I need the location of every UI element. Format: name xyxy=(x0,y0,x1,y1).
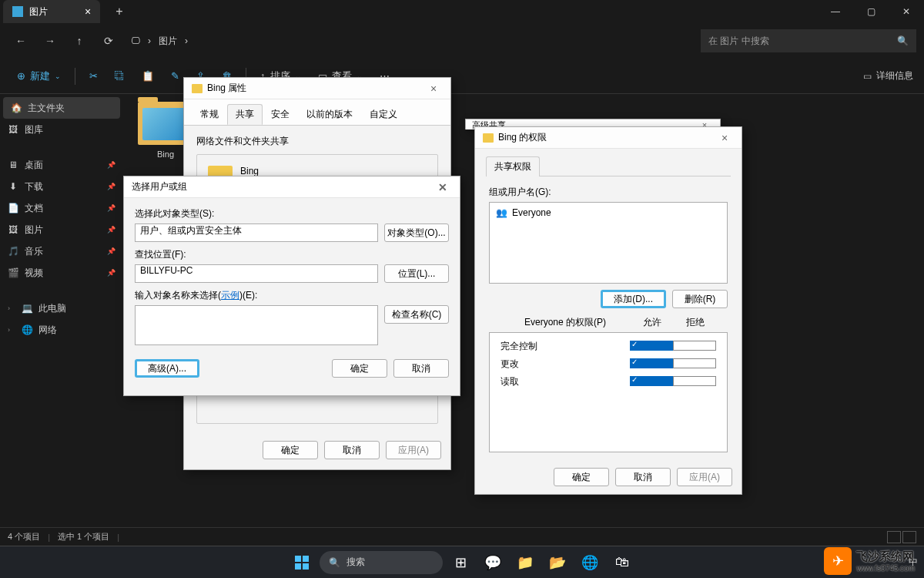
watermark-url: www.fs0745.com xyxy=(856,564,915,573)
task-view-button[interactable]: ⊞ xyxy=(446,548,475,577)
dialog-title: Bing 的权限 xyxy=(498,131,547,144)
field-label: 输入对象名称来选择(示例)(E): xyxy=(135,289,449,302)
allow-checkbox[interactable] xyxy=(630,376,673,386)
path-segment[interactable]: 图片 xyxy=(159,35,177,48)
close-icon[interactable]: ✕ xyxy=(434,181,452,193)
apply-button[interactable]: 应用(A) xyxy=(386,441,441,459)
pc-icon: 💻 xyxy=(22,303,32,314)
window-titlebar: 图片 × + — ▢ ✕ xyxy=(0,0,924,23)
close-tab-icon[interactable]: × xyxy=(85,5,91,18)
tab-general[interactable]: 常规 xyxy=(192,104,227,125)
sidebar-item-pictures[interactable]: 🖼图片📌 xyxy=(0,219,123,240)
object-name-input[interactable] xyxy=(135,305,378,345)
refresh-button[interactable]: ⟳ xyxy=(95,28,122,54)
dialog-buttons: 确定 取消 应用(A) xyxy=(184,433,450,467)
remove-button[interactable]: 删除(R) xyxy=(672,290,728,308)
watermark: ✈ 飞沙系统网 www.fs0745.com xyxy=(818,544,921,578)
taskbar-explorer[interactable]: 📂 xyxy=(543,548,572,577)
cancel-button[interactable]: 取消 xyxy=(324,441,380,459)
folder-icon xyxy=(192,84,203,93)
sidebar-item-gallery[interactable]: 🖼图库 xyxy=(0,119,123,140)
details-panel-button[interactable]: ▭ 详细信息 xyxy=(863,69,913,82)
new-button[interactable]: ⊕ 新建 ⌄ xyxy=(11,64,67,89)
sidebar: 🏠主文件夹 🖼图库 🖥桌面📌 ⬇下载📌 📄文档📌 🖼图片📌 🎵音乐📌 🎬视频📌 … xyxy=(0,94,123,546)
chevron-right-icon: › xyxy=(8,304,15,312)
minimize-button[interactable]: — xyxy=(818,0,853,23)
sidebar-item-home[interactable]: 🏠主文件夹 xyxy=(3,97,120,119)
folder-icon xyxy=(483,133,494,143)
sidebar-item-videos[interactable]: 🎬视频📌 xyxy=(0,262,123,284)
ok-button[interactable]: 确定 xyxy=(263,441,318,459)
dialog-titlebar[interactable]: Bing 的权限 × xyxy=(475,127,742,149)
folder-name: Bing xyxy=(240,166,268,176)
toolbar: ⊕ 新建 ⌄ ✂ ⿻ 📋 ✎ ⇪ 🗑 ↕ 排序 ⌄ ▭ 查看 ⌄ ⋯ ▭ 详细信… xyxy=(0,59,924,94)
sidebar-item-network[interactable]: ›🌐网络 xyxy=(0,319,123,341)
check-names-button[interactable]: 检查名称(C) xyxy=(384,305,449,324)
label: 下载 xyxy=(25,180,43,193)
add-button[interactable]: 添加(D)... xyxy=(601,290,666,308)
apply-button[interactable]: 应用(A) xyxy=(677,468,732,486)
dialog-body: 共享权限 组或用户名(G): 👥 Everyone 添加(D)... 删除(R)… xyxy=(475,149,742,460)
start-button[interactable] xyxy=(287,548,316,577)
advanced-button[interactable]: 高级(A)... xyxy=(135,359,199,378)
deny-checkbox[interactable] xyxy=(673,341,716,351)
dialog-titlebar[interactable]: Bing 属性 × xyxy=(184,78,450,99)
user-list[interactable]: 👥 Everyone xyxy=(489,202,728,284)
new-tab-button[interactable]: + xyxy=(116,5,122,18)
tab-security[interactable]: 安全 xyxy=(263,104,298,125)
taskbar-app[interactable]: 📁 xyxy=(511,548,540,577)
taskbar-search[interactable]: 🔍 搜索 xyxy=(320,551,443,574)
allow-checkbox[interactable] xyxy=(630,341,673,351)
permissions-dialog: Bing 的权限 × 共享权限 组或用户名(G): 👥 Everyone 添加(… xyxy=(474,126,742,495)
cut-button[interactable]: ✂ xyxy=(83,64,104,89)
perm-row-full-control: 完全控制 xyxy=(490,338,727,355)
select-user-dialog: 选择用户或组 ✕ 选择此对象类型(S): 用户、组或内置安全主体 对象类型(O)… xyxy=(123,176,460,396)
label-pre: 输入对象名称来选择( xyxy=(135,290,221,301)
search-input[interactable]: 在 图片 中搜索 🔍 xyxy=(701,29,916,52)
deny-checkbox[interactable] xyxy=(673,358,716,368)
svg-rect-1 xyxy=(303,556,309,562)
back-button[interactable]: ← xyxy=(8,28,34,54)
taskbar-edge[interactable]: 🌐 xyxy=(575,548,604,577)
breadcrumb[interactable]: 🖵 › 图片 › xyxy=(131,35,698,48)
chevron-right-icon: › xyxy=(185,35,188,46)
sidebar-item-downloads[interactable]: ⬇下载📌 xyxy=(0,176,123,197)
taskbar-app[interactable]: 💬 xyxy=(478,548,507,577)
paste-button[interactable]: 📋 xyxy=(136,64,160,89)
ok-button[interactable]: 确定 xyxy=(332,359,387,378)
tab-share-permissions[interactable]: 共享权限 xyxy=(486,156,540,176)
object-type-button[interactable]: 对象类型(O)... xyxy=(384,223,449,242)
sidebar-item-desktop[interactable]: 🖥桌面📌 xyxy=(0,154,123,176)
cancel-button[interactable]: 取消 xyxy=(615,468,671,486)
rename-button[interactable]: ✎ xyxy=(165,64,186,89)
close-icon[interactable]: × xyxy=(424,82,443,95)
ok-button[interactable]: 确定 xyxy=(554,468,609,486)
up-button[interactable]: ↑ xyxy=(66,28,92,54)
close-window-button[interactable]: ✕ xyxy=(889,0,924,23)
taskbar-store[interactable]: 🛍 xyxy=(608,548,637,577)
sidebar-item-music[interactable]: 🎵音乐📌 xyxy=(0,240,123,262)
sidebar-item-this-pc[interactable]: ›💻此电脑 xyxy=(0,297,123,319)
sidebar-item-documents[interactable]: 📄文档📌 xyxy=(0,197,123,219)
forward-button[interactable]: → xyxy=(37,28,63,54)
tab-custom[interactable]: 自定义 xyxy=(361,104,406,125)
close-icon[interactable]: × xyxy=(715,132,734,144)
tab-sharing[interactable]: 共享 xyxy=(227,104,263,125)
field-label: 选择此对象类型(S): xyxy=(135,207,449,220)
location-button[interactable]: 位置(L)... xyxy=(384,264,449,283)
view-toggle[interactable] xyxy=(887,531,916,543)
maximize-button[interactable]: ▢ xyxy=(853,0,889,23)
example-link[interactable]: 示例 xyxy=(221,290,239,301)
cancel-button[interactable]: 取消 xyxy=(393,359,449,378)
scissors-icon: ✂ xyxy=(89,70,98,82)
deny-checkbox[interactable] xyxy=(673,376,716,386)
label: 文档 xyxy=(25,202,43,215)
window-tab[interactable]: 图片 × xyxy=(3,0,100,23)
label-post: )(E): xyxy=(239,290,257,301)
taskbar: 🔍 搜索 ⊞ 💬 📁 📂 🌐 🛍 ˄ 中 xyxy=(0,546,924,578)
tab-previous-versions[interactable]: 以前的版本 xyxy=(298,104,361,125)
allow-checkbox[interactable] xyxy=(630,358,673,368)
dialog-titlebar[interactable]: 选择用户或组 ✕ xyxy=(124,176,460,198)
user-item-everyone[interactable]: 👥 Everyone xyxy=(493,206,724,220)
copy-button[interactable]: ⿻ xyxy=(109,64,131,89)
